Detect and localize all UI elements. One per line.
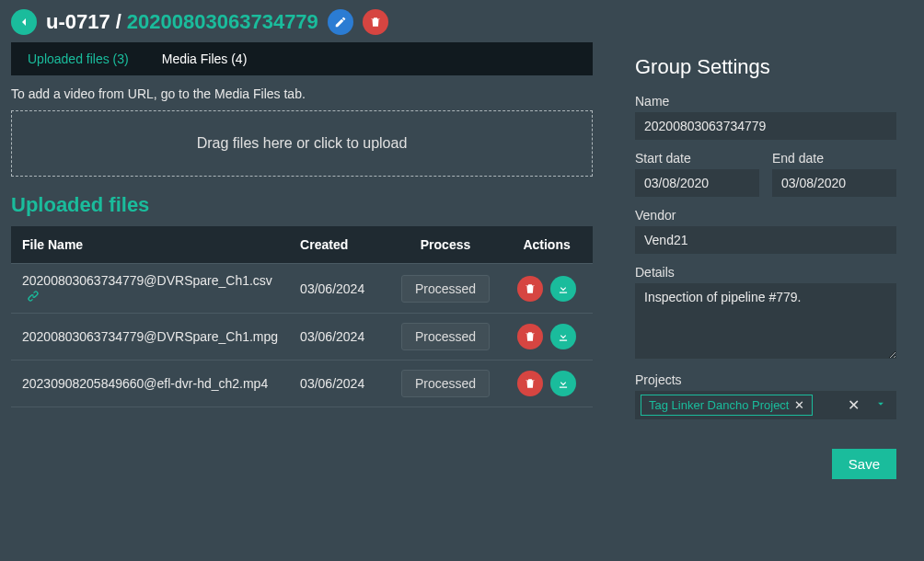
vendor-label: Vendor	[635, 208, 896, 223]
name-label: Name	[635, 94, 896, 109]
cell-actions	[501, 361, 593, 407]
details-label: Details	[635, 265, 896, 280]
breadcrumb: u-0717 / 20200803063734779	[46, 10, 318, 34]
vendor-input[interactable]	[635, 226, 896, 254]
panel-title: Group Settings	[635, 55, 896, 79]
process-pill: Processed	[401, 275, 490, 303]
back-button[interactable]	[11, 9, 37, 35]
projects-select[interactable]: Tag Linker Dancho Project ✕ ✕	[635, 391, 896, 419]
download-icon	[557, 282, 570, 295]
projects-clear[interactable]: ✕	[842, 396, 865, 414]
table-row: 20200803063734779@DVRSpare_Ch1.csv 03/06…	[11, 264, 593, 314]
save-button[interactable]: Save	[832, 449, 896, 479]
col-file-name: File Name	[11, 226, 289, 264]
tabs: Uploaded files (3) Media Files (4)	[11, 42, 593, 75]
tab-uploaded-files[interactable]: Uploaded files (3)	[11, 42, 145, 75]
cell-created: 03/06/2024	[289, 314, 390, 361]
right-pane: Group Settings Name Start date End date …	[618, 42, 913, 546]
process-pill: Processed	[401, 323, 490, 350]
trash-icon	[524, 377, 537, 390]
start-date-input[interactable]	[635, 169, 759, 197]
link-icon[interactable]	[26, 289, 40, 303]
name-input[interactable]	[635, 112, 896, 140]
cell-process: Processed	[390, 314, 501, 361]
row-delete-button[interactable]	[517, 276, 543, 302]
col-created: Created	[289, 226, 390, 264]
project-chip[interactable]: Tag Linker Dancho Project ✕	[641, 395, 813, 416]
download-icon	[557, 377, 570, 390]
table-row: 20230908205849660@efl-dvr-hd_ch2.mp403/0…	[11, 361, 593, 407]
col-process: Process	[390, 226, 501, 264]
breadcrumb-part2: 20200803063734779	[127, 10, 318, 34]
section-title: Uploaded files	[11, 193, 593, 217]
breadcrumb-part1[interactable]: u-0717	[46, 10, 110, 34]
row-delete-button[interactable]	[517, 324, 543, 349]
breadcrumb-separator: /	[116, 10, 121, 34]
trash-icon	[524, 282, 537, 295]
download-icon	[557, 330, 570, 343]
cell-file-name: 20200803063734779@DVRSpare_Ch1.csv	[11, 264, 289, 314]
left-pane: Uploaded files (3) Media Files (4) To ad…	[11, 42, 593, 546]
cell-actions	[501, 314, 593, 361]
project-chip-label: Tag Linker Dancho Project	[649, 398, 789, 412]
chevron-down-icon	[874, 397, 887, 410]
start-date-label: Start date	[635, 151, 759, 166]
cell-process: Processed	[390, 264, 501, 314]
table-row: 20200803063734779@DVRSpare_Ch1.mpg03/06/…	[11, 314, 593, 361]
row-download-button[interactable]	[550, 324, 576, 349]
end-date-input[interactable]	[772, 169, 896, 197]
process-pill: Processed	[401, 370, 490, 397]
details-textarea[interactable]	[635, 283, 896, 359]
projects-label: Projects	[635, 372, 896, 387]
col-actions: Actions	[501, 226, 593, 264]
files-table: File Name Created Process Actions 202008…	[11, 226, 593, 407]
row-delete-button[interactable]	[517, 371, 543, 396]
arrow-left-icon	[17, 15, 31, 29]
end-date-label: End date	[772, 151, 896, 166]
cell-process: Processed	[390, 361, 501, 407]
hint-text: To add a video from URL, go to the Media…	[11, 86, 593, 101]
cell-file-name: 20230908205849660@efl-dvr-hd_ch2.mp4	[11, 361, 289, 407]
projects-dropdown-toggle[interactable]	[871, 397, 891, 413]
cell-created: 03/06/2024	[289, 361, 390, 407]
delete-group-button[interactable]	[363, 9, 388, 35]
trash-icon	[524, 330, 537, 343]
pencil-icon	[334, 16, 347, 29]
cell-file-name: 20200803063734779@DVRSpare_Ch1.mpg	[11, 314, 289, 361]
project-chip-remove[interactable]: ✕	[794, 398, 804, 412]
upload-dropzone[interactable]: Drag files here or click to upload	[11, 110, 593, 177]
tab-media-files[interactable]: Media Files (4)	[145, 42, 264, 75]
cell-created: 03/06/2024	[289, 264, 390, 314]
row-download-button[interactable]	[550, 276, 576, 302]
cell-actions	[501, 264, 593, 314]
edit-button[interactable]	[328, 9, 353, 35]
trash-icon	[369, 16, 382, 29]
header: u-0717 / 20200803063734779	[0, 0, 924, 42]
row-download-button[interactable]	[550, 371, 576, 396]
